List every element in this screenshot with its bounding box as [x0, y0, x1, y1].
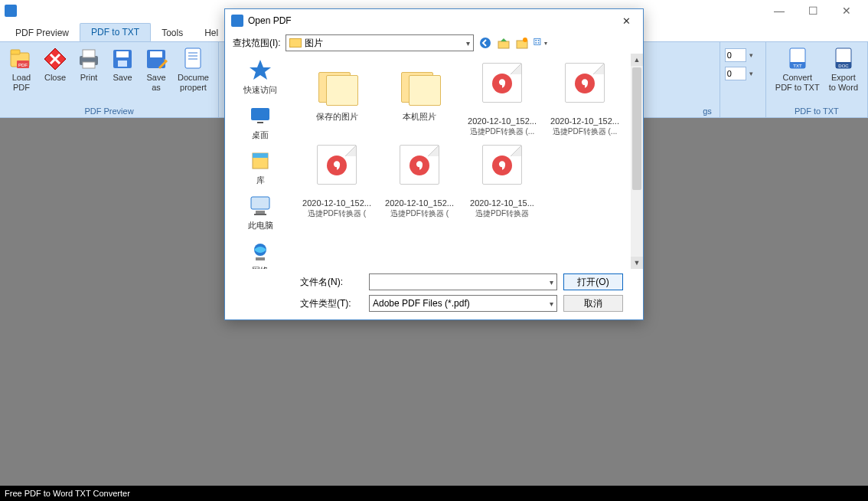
svg-rect-33 — [535, 42, 537, 44]
folder-icon — [289, 38, 302, 47]
scrollbar-vertical[interactable]: ▲ ▼ — [631, 54, 643, 269]
filename-input[interactable]: ▾ — [369, 273, 557, 290]
file-subtitle: 迅捷PDF转换器 ( — [308, 208, 366, 218]
scroll-down-icon[interactable]: ▼ — [631, 257, 643, 269]
place-desktop[interactable]: 桌面 — [248, 103, 272, 141]
view-menu-icon[interactable]: ▾ — [534, 36, 547, 50]
place-libraries[interactable]: 库 — [248, 149, 272, 186]
open-file-dialog: Open PDF ✕ 查找范围(I): 图片 ▾ ▾ 快速访问 桌面 — [224, 8, 644, 320]
pdf-icon: PDF — [560, 63, 609, 116]
app-icon — [5, 5, 17, 17]
dialog-titlebar: Open PDF ✕ — [225, 9, 643, 32]
minimize-button[interactable]: — — [762, 0, 796, 21]
place-label: 此电脑 — [248, 220, 273, 231]
file-name: 保存的图片 — [316, 112, 358, 122]
save-button[interactable]: Save — [106, 45, 139, 84]
pdf-file-item[interactable]: PDF2020-12-10_152...迅捷PDF转换器 (... — [464, 60, 540, 139]
pdf-file-item[interactable]: PDF2020-12-10_152...迅捷PDF转换器 ( — [299, 142, 375, 221]
num-input-b[interactable] — [725, 67, 746, 80]
svg-rect-31 — [535, 40, 537, 41]
status-bar: Free PDF to Word TXT Converter — [0, 486, 868, 501]
close-label: Close — [44, 73, 66, 83]
folder-pdf-icon: PDF — [9, 47, 34, 71]
svg-rect-1 — [11, 50, 20, 54]
svg-rect-41 — [256, 211, 265, 214]
file-name: 2020-12-10_152... — [468, 116, 537, 126]
libraries-icon — [248, 149, 272, 173]
maximize-button[interactable]: ☐ — [796, 0, 830, 21]
open-button[interactable]: 打开(O) — [563, 273, 623, 290]
file-name: 2020-12-10_15... — [470, 198, 534, 208]
svg-text:TXT: TXT — [793, 64, 802, 68]
svg-rect-9 — [83, 62, 95, 68]
this-pc-icon — [248, 194, 272, 218]
convert-to-txt-button[interactable]: TXT Convert PDF to TXT — [771, 45, 824, 93]
dialog-body: 快速访问 桌面 库 此电脑 网络 保存的图片本机照片PDF2020-12-10_… — [225, 54, 643, 269]
document-properties-button[interactable]: Docume propert — [173, 45, 214, 93]
export-to-word-button[interactable]: DOC Export to Word — [824, 45, 863, 93]
dropdown-arrow-icon[interactable]: ▾ — [749, 70, 753, 77]
svg-rect-34 — [537, 42, 539, 44]
dialog-title: Open PDF — [248, 15, 292, 26]
lookin-label: 查找范围(I): — [233, 37, 281, 50]
save-as-button[interactable]: Save as — [139, 45, 173, 93]
cancel-button[interactable]: 取消 — [563, 295, 623, 312]
pdf-icon: PDF — [312, 145, 361, 198]
scroll-up-icon[interactable]: ▲ — [631, 54, 643, 66]
desktop-icon — [248, 103, 272, 128]
place-quick-access[interactable]: 快速访问 — [243, 58, 277, 96]
filetype-combo[interactable]: Adobe PDF Files (*.pdf) ▾ — [369, 295, 557, 312]
place-this-pc[interactable]: 此电脑 — [248, 194, 273, 231]
place-label: 快速访问 — [243, 84, 277, 96]
tab-pdf-preview[interactable]: PDF Preview — [5, 25, 80, 41]
convert-label: Convert PDF to TXT — [775, 73, 820, 92]
chevron-down-icon: ▾ — [550, 300, 553, 308]
dropdown-arrow-icon[interactable]: ▾ — [749, 51, 753, 59]
svg-rect-12 — [118, 61, 127, 67]
status-text: Free PDF to Word TXT Converter — [5, 489, 130, 498]
svg-marker-35 — [250, 60, 271, 80]
folder-item[interactable]: 保存的图片 — [299, 60, 375, 139]
place-network[interactable]: 网络 — [248, 239, 272, 269]
place-label: 库 — [256, 175, 265, 186]
saveas-label: Save as — [146, 73, 165, 92]
pdf-file-item[interactable]: PDF2020-12-10_15...迅捷PDF转换器 — [464, 142, 540, 221]
tab-tools[interactable]: Tools — [151, 25, 194, 41]
dialog-app-icon — [231, 15, 243, 27]
svg-rect-8 — [83, 50, 95, 57]
nav-icons: ▾ — [478, 36, 547, 50]
svg-rect-40 — [251, 197, 269, 209]
svg-rect-32 — [537, 40, 539, 41]
svg-rect-27 — [498, 41, 509, 48]
quick-access-icon — [248, 58, 272, 83]
close-pdf-button[interactable]: Close — [38, 45, 72, 84]
window-controls: — ☐ ✕ — [762, 0, 863, 21]
file-subtitle: 迅捷PDF转换器 ( — [390, 208, 449, 218]
chevron-down-icon: ▾ — [466, 39, 470, 47]
file-name: 2020-12-10_152... — [385, 198, 454, 208]
dialog-close-button[interactable]: ✕ — [615, 12, 637, 29]
print-label: Print — [80, 73, 98, 83]
folder-item[interactable]: 本机照片 — [381, 60, 458, 139]
print-button[interactable]: Print — [72, 45, 106, 84]
pdf-file-item[interactable]: PDF2020-12-10_152...迅捷PDF转换器 ( — [381, 142, 458, 221]
load-pdf-button[interactable]: PDF Load PDF — [5, 45, 38, 93]
back-icon[interactable] — [478, 36, 492, 50]
txt-icon: TXT — [785, 47, 810, 71]
new-folder-icon[interactable] — [515, 36, 529, 50]
tab-pdf-to-txt[interactable]: PDF to TXT — [80, 23, 151, 41]
svg-rect-30 — [534, 38, 540, 44]
ribbon-group-txt: TXT Convert PDF to TXT DOC Export to Wor… — [766, 42, 868, 117]
svg-point-26 — [480, 38, 491, 48]
lookin-combo[interactable]: 图片 ▾ — [286, 34, 474, 51]
num-input-a[interactable] — [725, 48, 746, 62]
group-preview-label: PDF Preview — [5, 105, 214, 116]
scroll-thumb[interactable] — [632, 67, 641, 190]
file-name: 本机照片 — [403, 112, 436, 122]
up-one-level-icon[interactable] — [497, 36, 511, 50]
file-subtitle: 迅捷PDF转换器 (... — [553, 126, 617, 136]
close-button[interactable]: ✕ — [830, 0, 863, 21]
pdf-icon: PDF — [395, 145, 444, 198]
pdf-file-item[interactable]: PDF2020-12-10_152...迅捷PDF转换器 (... — [547, 60, 623, 139]
place-label: 桌面 — [252, 129, 269, 141]
